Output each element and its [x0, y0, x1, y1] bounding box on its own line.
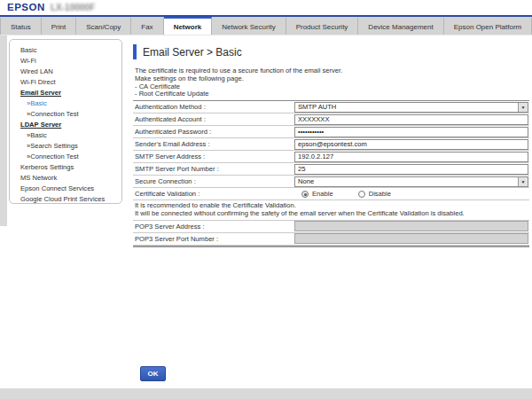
sidebar-item-wired-lan[interactable]: Wired LAN — [10, 66, 121, 77]
sender-email-label: Sender's Email Address : — [133, 140, 293, 148]
row-authenticated-password: Authenticated Password : — [133, 126, 529, 138]
epson-web-config-page: EPSON LX-10000F Status Print Scan/Copy F… — [0, 0, 532, 399]
tab-epson-open-platform[interactable]: Epson Open Platform — [444, 17, 532, 35]
footer-bar — [0, 388, 532, 399]
row-secure-connection: Secure Connection : None ▼ — [133, 176, 529, 188]
epson-logo: EPSON — [7, 2, 45, 12]
certificate-validation-label: Certificate Validation : — [133, 190, 293, 198]
row-authentication-method: Authentication Method : SMTP AUTH ▼ — [133, 101, 529, 113]
certificate-validation-radio-group: Enable Disable — [294, 190, 412, 198]
secure-connection-value: None — [295, 177, 518, 186]
row-smtp-server-port: SMTP Server Port Number : — [133, 163, 529, 176]
top-tab-bar: Status Print Scan/Copy Fax Network Netwo… — [0, 17, 532, 35]
sidebar-item-ldap-search-settings[interactable]: »Search Settings — [10, 141, 121, 152]
smtp-server-address-input[interactable] — [294, 152, 528, 162]
authenticated-account-input[interactable] — [294, 114, 528, 125]
row-authenticated-account: Authenticated Account : — [133, 113, 529, 126]
sidebar-item-ldap-connection-test[interactable]: »Connection Test — [10, 152, 121, 162]
chevron-down-icon[interactable]: ▼ — [518, 103, 528, 112]
row-sender-email: Sender's Email Address : — [133, 138, 529, 151]
authenticated-password-label: Authenticated Password : — [133, 128, 293, 136]
sidebar-item-ldap-basic[interactable]: »Basic — [10, 130, 121, 141]
tab-fax[interactable]: Fax — [131, 17, 163, 35]
sidebar-item-basic[interactable]: Basic — [10, 45, 121, 56]
sidebar-item-wifi-direct[interactable]: Wi-Fi Direct — [10, 77, 121, 88]
secure-connection-select[interactable]: None ▼ — [294, 176, 528, 187]
form-bottom-border — [133, 246, 529, 247]
tab-device-management[interactable]: Device Management — [358, 17, 443, 35]
sidebar-nav: Basic Wi-Fi Wired LAN Wi-Fi Direct Email… — [9, 39, 122, 204]
sidebar-item-wifi[interactable]: Wi-Fi — [10, 56, 121, 66]
page-title: Email Server > Basic — [143, 46, 242, 59]
authenticated-account-label: Authenticated Account : — [133, 115, 293, 123]
authentication-method-label: Authentication Method : — [133, 103, 293, 111]
row-pop3-server-port: POP3 Server Port Number : — [133, 233, 529, 246]
tab-scan-copy[interactable]: Scan/Copy — [76, 17, 131, 35]
page-description: The certificate is required to use a sec… — [135, 67, 342, 98]
pop3-server-port-input — [294, 233, 528, 244]
sidebar-section-ldap-server[interactable]: LDAP Server — [10, 120, 121, 130]
row-pop3-server-address: POP3 Server Address : — [133, 221, 529, 233]
title-accent-bar — [133, 44, 137, 59]
certificate-validation-note: It is recommended to enable the Certific… — [133, 200, 529, 221]
tab-status[interactable]: Status — [0, 17, 42, 35]
authenticated-password-input[interactable] — [294, 127, 528, 137]
sidebar-item-ms-network[interactable]: MS Network — [10, 173, 121, 184]
smtp-server-port-input[interactable] — [294, 164, 528, 175]
pop3-server-address-input — [294, 221, 528, 231]
sidebar-item-email-server-basic[interactable]: »Basic — [10, 98, 121, 109]
enable-radio-label: Enable — [312, 190, 333, 198]
smtp-server-address-label: SMTP Server Address : — [133, 153, 293, 160]
secure-connection-label: Secure Connection : — [133, 177, 293, 185]
printer-model-name: LX-10000F — [51, 3, 95, 12]
row-smtp-server-address: SMTP Server Address : — [133, 151, 529, 163]
sidebar-item-email-server-connection-test[interactable]: »Connection Test — [10, 109, 121, 120]
page-title-row: Email Server > Basic — [133, 44, 242, 59]
chevron-down-icon[interactable]: ▼ — [518, 177, 528, 186]
tab-print[interactable]: Print — [42, 17, 76, 35]
authentication-method-value: SMTP AUTH — [295, 103, 518, 112]
disable-radio[interactable] — [358, 191, 365, 198]
pop3-server-address-label: POP3 Server Address : — [133, 223, 293, 231]
row-certificate-validation: Certificate Validation : Enable Disable — [133, 188, 529, 200]
sidebar-item-epson-connect-services[interactable]: Epson Connect Services — [10, 184, 121, 194]
tab-network-security[interactable]: Network Security — [212, 17, 286, 35]
smtp-server-port-label: SMTP Server Port Number : — [133, 165, 293, 173]
header: EPSON LX-10000F — [0, 0, 532, 15]
disable-radio-label: Disable — [369, 190, 391, 198]
sidebar-section-email-server[interactable]: Email Server — [10, 88, 121, 98]
description-line: - Root Certificate Update — [135, 90, 342, 98]
left-gutter — [0, 35, 7, 226]
ok-button[interactable]: OK — [140, 366, 166, 381]
sidebar-item-kerberos-settings[interactable]: Kerberos Settings — [10, 162, 121, 173]
note-line: It will be connected without confirming … — [135, 210, 529, 218]
enable-radio[interactable] — [301, 191, 309, 198]
sender-email-input[interactable] — [294, 139, 528, 150]
email-server-form: Authentication Method : SMTP AUTH ▼ Auth… — [133, 100, 529, 247]
tab-product-security[interactable]: Product Security — [286, 17, 359, 35]
tab-network[interactable]: Network — [164, 17, 213, 35]
authentication-method-select[interactable]: SMTP AUTH ▼ — [294, 102, 528, 113]
sidebar-item-google-cloud-print-services[interactable]: Google Cloud Print Services — [10, 194, 121, 205]
pop3-server-port-label: POP3 Server Port Number : — [133, 235, 293, 243]
